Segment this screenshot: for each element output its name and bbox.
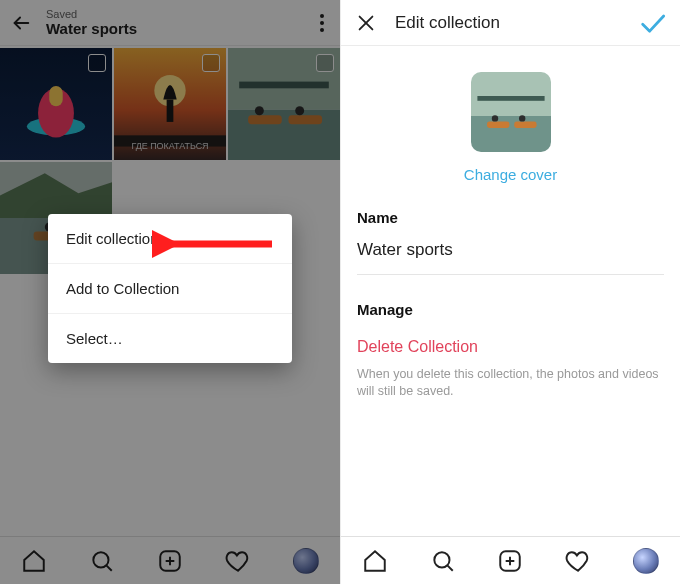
delete-collection-button[interactable]: Delete Collection <box>357 328 478 362</box>
tab-create[interactable] <box>496 547 524 575</box>
bottom-tab-bar <box>341 536 680 584</box>
svg-point-37 <box>434 552 449 567</box>
search-icon <box>430 548 456 574</box>
cover-thumbnail[interactable] <box>471 72 551 152</box>
svg-rect-31 <box>471 116 551 152</box>
header-title: Edit collection <box>395 13 500 33</box>
name-section: Name <box>341 203 680 289</box>
tab-search[interactable] <box>429 547 457 575</box>
collection-screen: Saved Water sports <box>0 0 340 584</box>
name-label: Name <box>357 203 664 236</box>
close-icon <box>355 12 377 34</box>
svg-line-38 <box>447 565 452 570</box>
svg-point-36 <box>519 115 525 121</box>
svg-rect-34 <box>514 122 536 128</box>
collection-name-input[interactable] <box>357 236 664 275</box>
svg-rect-32 <box>477 96 544 101</box>
tab-home[interactable] <box>361 547 389 575</box>
close-button[interactable] <box>355 12 377 34</box>
menu-item-edit-collection[interactable]: Edit collection <box>48 214 292 263</box>
menu-item-select[interactable]: Select… <box>48 313 292 363</box>
context-menu: Edit collection Add to Collection Select… <box>48 214 292 363</box>
avatar-icon <box>633 548 659 574</box>
svg-point-35 <box>491 115 497 121</box>
header: Edit collection <box>341 0 680 46</box>
delete-help-text: When you delete this collection, the pho… <box>357 362 664 400</box>
cover-section: Change cover <box>341 46 680 203</box>
plus-square-icon <box>497 548 523 574</box>
home-icon <box>362 548 388 574</box>
menu-item-add-to-collection[interactable]: Add to Collection <box>48 263 292 313</box>
check-icon <box>638 9 666 37</box>
change-cover-button[interactable]: Change cover <box>464 166 557 183</box>
heart-icon <box>565 548 591 574</box>
manage-section: Manage Delete Collection When you delete… <box>341 289 680 414</box>
tab-profile[interactable] <box>632 547 660 575</box>
svg-rect-30 <box>471 72 551 116</box>
manage-label: Manage <box>357 295 664 328</box>
edit-collection-screen: Edit collection Chan <box>340 0 680 584</box>
confirm-button[interactable] <box>638 9 666 37</box>
tab-activity[interactable] <box>564 547 592 575</box>
svg-rect-33 <box>487 122 509 128</box>
